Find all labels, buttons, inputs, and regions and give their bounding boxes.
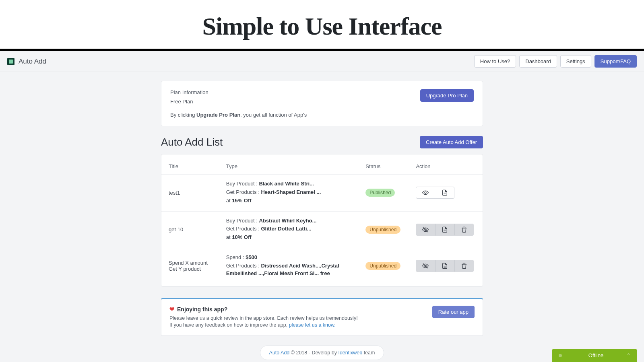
chat-widget[interactable]: Offline ⌃ bbox=[552, 349, 637, 362]
table-row: get 10Buy Product : Abstract Whirl Keyho… bbox=[161, 211, 483, 248]
col-status: Status bbox=[358, 158, 409, 175]
delete-icon[interactable] bbox=[454, 260, 474, 272]
review-line1: Please leave us a quick review in the ap… bbox=[169, 315, 358, 321]
view-icon[interactable] bbox=[416, 187, 435, 199]
brand-logo-icon bbox=[7, 58, 14, 65]
hidden-icon[interactable] bbox=[416, 224, 435, 236]
row-type: Buy Product : Abstract Whirl Keyho...Get… bbox=[219, 211, 359, 248]
col-type: Type bbox=[219, 158, 359, 175]
delete-icon[interactable] bbox=[454, 224, 474, 236]
status-badge: Published bbox=[365, 189, 395, 197]
edit-icon[interactable] bbox=[435, 187, 454, 199]
footer-brand-link[interactable]: Auto Add bbox=[269, 350, 290, 356]
plan-label: Plan Information bbox=[170, 89, 307, 95]
table-row: Spend X amount Get Y productSpend : $500… bbox=[161, 248, 483, 284]
hidden-icon[interactable] bbox=[416, 260, 435, 272]
plan-value: Free Plan bbox=[170, 99, 307, 105]
list-heading: Auto Add List bbox=[161, 136, 223, 148]
row-type: Spend : $500Get Products : Distressed Ac… bbox=[219, 248, 359, 284]
upgrade-plan-button[interactable]: Upgrade Pro Plan bbox=[420, 89, 474, 102]
plan-note: By clicking Upgrade Pro Plan, you get al… bbox=[170, 112, 307, 118]
row-type: Buy Product : Black and White Stri...Get… bbox=[219, 175, 359, 212]
row-actions bbox=[409, 248, 483, 284]
footer-dev-link[interactable]: Identixweb bbox=[338, 350, 362, 356]
edit-icon[interactable] bbox=[435, 260, 454, 272]
status-badge: Unpublished bbox=[365, 262, 400, 270]
review-line2: If you have any feedback on how to impro… bbox=[169, 322, 358, 328]
rate-app-button[interactable]: Rate our app bbox=[432, 306, 475, 318]
feedback-link[interactable]: please let us a know. bbox=[289, 322, 336, 328]
row-actions bbox=[409, 175, 483, 212]
row-title: Spend X amount Get Y product bbox=[161, 248, 219, 284]
row-status: Published bbox=[358, 175, 409, 212]
offers-table: Title Type Status Action test1Buy Produc… bbox=[161, 154, 483, 287]
status-badge: Unpublished bbox=[365, 226, 400, 234]
settings-button[interactable]: Settings bbox=[560, 55, 591, 68]
page-title: Simple to Use Interface bbox=[0, 12, 644, 41]
plan-card: Plan Information Free Plan By clicking U… bbox=[161, 81, 483, 126]
row-title: test1 bbox=[161, 175, 219, 212]
chat-status: Offline bbox=[588, 352, 603, 358]
heart-icon: ❤ bbox=[169, 306, 175, 313]
row-status: Unpublished bbox=[358, 211, 409, 248]
row-actions bbox=[409, 211, 483, 248]
support-faq-button[interactable]: Support/FAQ bbox=[594, 55, 637, 68]
footer: Auto Add © 2018 - Develop by Identixweb … bbox=[260, 346, 384, 360]
brand: Auto Add bbox=[7, 58, 46, 66]
col-title: Title bbox=[161, 158, 219, 175]
how-to-use-button[interactable]: How to Use? bbox=[474, 55, 516, 68]
create-offer-button[interactable]: Create Auto Add Offer bbox=[420, 136, 483, 148]
row-title: get 10 bbox=[161, 211, 219, 248]
brand-name: Auto Add bbox=[19, 58, 46, 66]
row-status: Unpublished bbox=[358, 248, 409, 284]
review-title: Enjoying this app? bbox=[177, 306, 227, 313]
chevron-up-icon: ⌃ bbox=[627, 353, 630, 358]
review-card: ❤ Enjoying this app? Please leave us a q… bbox=[161, 298, 483, 336]
col-action: Action bbox=[409, 158, 483, 175]
dashboard-button[interactable]: Dashboard bbox=[519, 55, 557, 68]
table-row: test1Buy Product : Black and White Stri.… bbox=[161, 175, 483, 212]
edit-icon[interactable] bbox=[435, 224, 454, 236]
